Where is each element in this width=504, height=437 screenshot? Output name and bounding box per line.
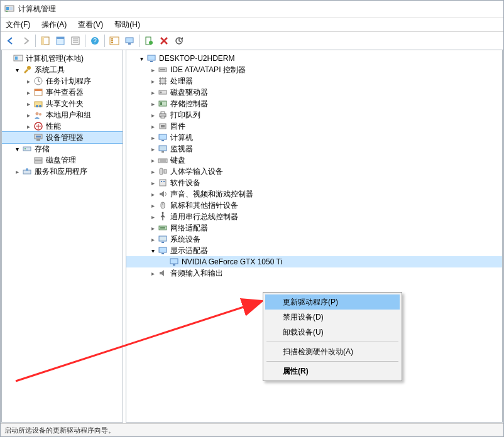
chevron-right-icon[interactable]: ▸ <box>25 89 32 96</box>
svg-rect-67 <box>160 180 166 186</box>
chevron-right-icon[interactable]: ▸ <box>149 67 156 73</box>
dev-root[interactable]: ▾ DESKTOP-U2HDERM <box>126 53 502 64</box>
ctx-properties[interactable]: 属性(R) <box>265 364 400 379</box>
uninstall-button[interactable] <box>157 34 171 48</box>
chevron-down-icon[interactable]: ▾ <box>13 146 21 153</box>
dev-storage-ctrl[interactable]: ▸存储控制器 <box>126 98 502 109</box>
tree-local-users[interactable]: ▸ 本地用户和组 <box>2 109 123 121</box>
dev-network[interactable]: ▸网络适配器 <box>126 222 502 234</box>
chevron-right-icon[interactable]: ▸ <box>149 191 156 198</box>
chevron-right-icon[interactable]: ▸ <box>149 270 156 277</box>
svg-rect-62 <box>158 159 167 163</box>
console-tree-pane[interactable]: 计算机管理(本地) ▾ 系统工具 ▸ 任务计划程序 ▸ 事件查看器 <box>1 50 123 423</box>
chevron-right-icon[interactable]: ▸ <box>149 146 156 153</box>
dev-usb[interactable]: ▸通用串行总线控制器 <box>126 211 502 222</box>
tree-event-viewer[interactable]: ▸ 事件查看器 <box>2 87 123 98</box>
menu-help[interactable]: 帮助(H) <box>114 19 140 30</box>
dev-disk-drives[interactable]: ▸磁盘驱动器 <box>126 87 502 98</box>
chevron-right-icon[interactable]: ▸ <box>25 100 32 107</box>
system-icon <box>158 234 168 244</box>
update-driver-button[interactable] <box>172 34 186 48</box>
back-button[interactable] <box>4 34 18 48</box>
svg-rect-36 <box>36 136 41 138</box>
ctx-update-driver[interactable]: 更新驱动程序(P) <box>265 294 400 310</box>
tree-services-apps[interactable]: ▸ 服务和应用程序 <box>2 166 123 177</box>
svg-rect-65 <box>160 168 163 175</box>
chevron-right-icon[interactable]: ▸ <box>149 123 156 130</box>
tree-task-scheduler[interactable]: ▸ 任务计划程序 <box>2 75 123 87</box>
dev-display-adapters[interactable]: ▾显示适配器 <box>126 245 502 256</box>
help-button[interactable]: ? <box>88 34 102 48</box>
dev-label: 打印队列 <box>170 110 200 121</box>
dev-mouse[interactable]: ▸鼠标和其他指针设备 <box>126 200 502 211</box>
disk-icon <box>33 155 43 165</box>
toolbar-separator <box>85 35 85 47</box>
dev-audio-io[interactable]: ▸音频输入和输出 <box>126 267 502 279</box>
ctx-uninstall-device[interactable]: 卸载设备(U) <box>265 325 400 340</box>
clock-icon <box>33 76 43 86</box>
menu-action[interactable]: 操作(A) <box>41 19 67 30</box>
dev-sound[interactable]: ▸声音、视频和游戏控制器 <box>126 188 502 200</box>
dev-label: DESKTOP-U2HDERM <box>159 54 234 63</box>
forward-button[interactable] <box>19 34 33 48</box>
ctx-scan-hardware[interactable]: 扫描检测硬件改动(A) <box>265 344 400 359</box>
chevron-right-icon[interactable]: ▸ <box>149 89 156 96</box>
chevron-right-icon[interactable]: ▸ <box>149 202 156 209</box>
dev-label: 软件设备 <box>170 178 200 188</box>
device-tree-button[interactable] <box>107 34 121 48</box>
chevron-down-icon[interactable]: ▾ <box>138 55 145 62</box>
properties-button[interactable] <box>53 34 67 48</box>
toolbar-separator <box>139 35 140 47</box>
chevron-right-icon[interactable]: ▸ <box>25 123 32 130</box>
menubar: 文件(F) 操作(A) 查看(V) 帮助(H) <box>1 18 503 32</box>
chevron-right-icon[interactable]: ▸ <box>149 112 156 119</box>
dev-cpu[interactable]: ▸处理器 <box>126 75 502 87</box>
dev-print-queue[interactable]: ▸打印队列 <box>126 109 502 121</box>
chevron-right-icon[interactable]: ▸ <box>149 168 156 175</box>
chevron-right-icon[interactable]: ▸ <box>25 78 32 85</box>
device-monitor-button[interactable] <box>123 34 136 48</box>
chevron-down-icon[interactable]: ▾ <box>13 67 21 73</box>
chevron-down-icon[interactable]: ▾ <box>149 247 156 254</box>
tree-disk-management[interactable]: 磁盘管理 <box>2 154 123 166</box>
tree-root[interactable]: 计算机管理(本地) <box>2 53 123 64</box>
storage-ctrl-icon <box>158 99 168 109</box>
tree-system-tools[interactable]: ▾ 系统工具 <box>2 64 123 75</box>
dev-firmware[interactable]: ▸固件 <box>126 121 502 132</box>
chevron-right-icon[interactable]: ▸ <box>149 180 156 186</box>
dev-system[interactable]: ▸系统设备 <box>126 234 502 245</box>
dev-ide[interactable]: ▸IDE ATA/ATAPI 控制器 <box>126 64 502 75</box>
dev-label: IDE ATA/ATAPI 控制器 <box>170 65 246 75</box>
dev-computers[interactable]: ▸计算机 <box>126 132 502 143</box>
chevron-right-icon[interactable]: ▸ <box>149 100 156 107</box>
dev-gpu[interactable]: NVIDIA GeForce GTX 1050 Ti <box>126 256 502 267</box>
chevron-right-icon[interactable]: ▸ <box>149 225 156 232</box>
svg-rect-61 <box>162 151 164 153</box>
chevron-right-icon[interactable]: ▸ <box>149 157 156 164</box>
dev-software[interactable]: ▸软件设备 <box>126 177 502 188</box>
tree-device-manager[interactable]: 设备管理器 <box>2 132 123 143</box>
menu-file[interactable]: 文件(F) <box>6 19 30 30</box>
dev-monitors[interactable]: ▸监视器 <box>126 143 502 154</box>
chevron-right-icon[interactable]: ▸ <box>149 236 156 243</box>
tree-storage[interactable]: ▾ 存储 <box>2 143 123 154</box>
ctx-label: 卸载设备(U) <box>283 327 324 338</box>
chevron-right-icon[interactable]: ▸ <box>13 168 21 175</box>
scan-hardware-button[interactable] <box>142 34 156 48</box>
tree-performance[interactable]: ▸ 性能 <box>2 121 123 132</box>
ctx-disable-device[interactable]: 禁用设备(D) <box>265 310 400 325</box>
chevron-right-icon[interactable]: ▸ <box>149 78 156 85</box>
menu-view[interactable]: 查看(V) <box>78 19 103 30</box>
view-list-button[interactable] <box>68 34 82 48</box>
chevron-right-icon[interactable]: ▸ <box>25 112 32 119</box>
display-adapter-icon <box>158 245 168 256</box>
chevron-right-icon[interactable]: ▸ <box>149 213 156 220</box>
tree-shared-folders[interactable]: ▸ 共享文件夹 <box>2 98 123 109</box>
dev-hid[interactable]: ▸人体学输入设备 <box>126 166 502 177</box>
svg-rect-40 <box>35 158 42 160</box>
show-hide-tree-button[interactable] <box>38 34 52 48</box>
dev-keyboards[interactable]: ▸键盘 <box>126 154 502 166</box>
svg-rect-54 <box>161 112 165 114</box>
svg-rect-38 <box>23 147 31 151</box>
chevron-right-icon[interactable]: ▸ <box>149 134 156 141</box>
